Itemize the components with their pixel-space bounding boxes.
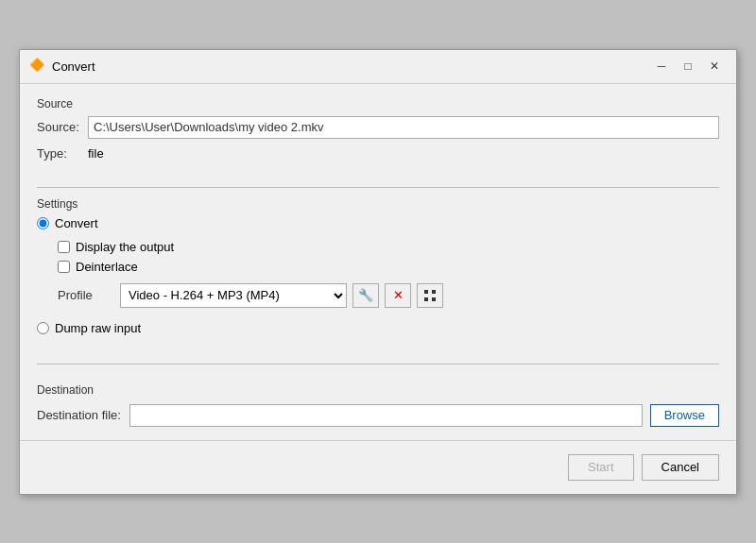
- deinterlace-row: Deinterlace: [58, 260, 719, 274]
- dest-file-row: Destination file: Browse: [37, 404, 719, 427]
- profile-new-button[interactable]: [417, 283, 443, 308]
- vlc-icon: 🔶: [29, 58, 46, 75]
- destination-section: Destination Destination file: Browse: [37, 383, 719, 427]
- convert-radio[interactable]: [37, 217, 49, 229]
- settings-section-label: Settings: [37, 197, 719, 211]
- source-section-label: Source: [37, 97, 719, 110]
- source-row: Source:: [37, 116, 719, 139]
- convert-radio-row: Convert: [37, 216, 719, 230]
- svg-rect-1: [432, 290, 436, 294]
- dest-file-label: Destination file:: [37, 408, 122, 422]
- divider-1: [37, 187, 719, 188]
- type-label: Type:: [37, 146, 82, 161]
- dialog-content: Source Source: Type: file Settings Conve…: [20, 84, 736, 440]
- dump-raw-radio[interactable]: [37, 322, 49, 334]
- grid-icon: [423, 289, 437, 302]
- deinterlace-checkbox[interactable]: [58, 261, 70, 273]
- deinterlace-label: Deinterlace: [76, 260, 138, 274]
- display-output-checkbox[interactable]: [58, 241, 70, 253]
- display-output-label: Display the output: [76, 240, 174, 254]
- title-bar: 🔶 Convert ─ □ ✕: [20, 50, 736, 84]
- type-row: Type: file: [37, 146, 719, 161]
- convert-dialog: 🔶 Convert ─ □ ✕ Source Source: Type: fil…: [19, 49, 737, 495]
- svg-rect-0: [424, 290, 428, 294]
- start-button[interactable]: Start: [568, 454, 633, 481]
- source-input[interactable]: [88, 116, 719, 139]
- minimize-button[interactable]: ─: [649, 56, 674, 76]
- title-bar-left: 🔶 Convert: [29, 58, 95, 75]
- dump-raw-label: Dump raw input: [55, 321, 141, 335]
- convert-radio-label: Convert: [55, 216, 98, 230]
- window-title: Convert: [52, 59, 95, 74]
- dest-file-input[interactable]: [129, 404, 643, 427]
- display-output-row: Display the output: [58, 240, 719, 254]
- svg-rect-2: [424, 297, 428, 301]
- profile-row: Profile Video - H.264 + MP3 (MP4)Video -…: [58, 283, 719, 308]
- divider-2: [37, 364, 719, 365]
- destination-section-label: Destination: [37, 383, 719, 397]
- browse-button[interactable]: Browse: [650, 404, 719, 427]
- maximize-button[interactable]: □: [676, 56, 700, 76]
- cancel-button[interactable]: Cancel: [642, 454, 719, 481]
- source-label: Source:: [37, 120, 82, 134]
- type-value: file: [88, 146, 104, 161]
- profile-label: Profile: [58, 288, 114, 302]
- profile-select[interactable]: Video - H.264 + MP3 (MP4)Video - H.265 +…: [120, 283, 347, 308]
- dialog-footer: Start Cancel: [20, 440, 736, 494]
- profile-wrench-button[interactable]: 🔧: [352, 283, 379, 308]
- title-bar-controls: ─ □ ✕: [649, 56, 727, 76]
- close-button[interactable]: ✕: [702, 56, 727, 76]
- dump-raw-row: Dump raw input: [37, 321, 719, 335]
- profile-delete-button[interactable]: ✕: [385, 283, 411, 308]
- svg-rect-3: [432, 297, 436, 301]
- source-section: Source Source: Type: file: [37, 97, 719, 168]
- settings-section: Settings Convert Display the output Dein…: [37, 197, 719, 345]
